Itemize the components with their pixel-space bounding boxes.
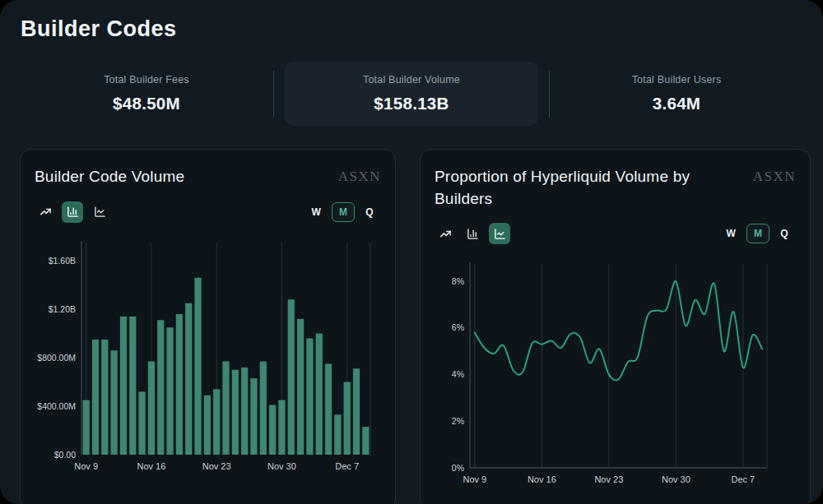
chart-toolbar: W M Q	[35, 201, 381, 223]
stat-label: Total Builder Fees	[20, 74, 273, 86]
svg-text:Nov 9: Nov 9	[463, 474, 486, 484]
chart-type-bar-button[interactable]	[462, 223, 483, 244]
svg-text:6%: 6%	[452, 323, 464, 333]
asxn-watermark: ASXN	[338, 166, 381, 188]
stat-value: 3.64M	[550, 94, 803, 113]
svg-text:Nov 9: Nov 9	[74, 461, 98, 471]
chart-type-toggle-group	[35, 201, 110, 223]
svg-text:Nov 30: Nov 30	[662, 474, 690, 484]
svg-text:Nov 16: Nov 16	[528, 474, 556, 484]
svg-text:$1.60B: $1.60B	[49, 255, 76, 265]
svg-text:Nov 23: Nov 23	[202, 461, 231, 471]
bar-series	[83, 277, 370, 454]
stat-label: Total Builder Users	[550, 74, 803, 86]
chart-type-line-button[interactable]	[89, 201, 110, 223]
svg-text:2%: 2%	[452, 416, 464, 426]
panel-proportion-hyperliquid-volume: Proportion of Hyperliquid Volume by Buil…	[420, 149, 811, 504]
chart-toolbar: W M Q	[435, 223, 796, 244]
svg-text:Nov 30: Nov 30	[267, 461, 296, 471]
panels-row: Builder Code Volume ASXN W	[20, 149, 803, 504]
stat-total-builder-volume[interactable]: Total Builder Volume $158.13B	[285, 62, 538, 126]
bar-chart-icon	[467, 228, 479, 240]
stats-divider	[273, 71, 274, 118]
page-title: Builder Codes	[21, 16, 802, 42]
svg-text:0%: 0%	[452, 463, 464, 473]
period-toggle-group: W M Q	[304, 202, 381, 222]
trending-up-icon	[40, 206, 52, 218]
svg-text:8%: 8%	[452, 276, 464, 286]
panel-title: Proportion of Hyperliquid Volume by Buil…	[435, 166, 737, 210]
line-series	[475, 281, 762, 380]
asxn-watermark: ASXN	[753, 166, 796, 210]
stat-total-builder-fees[interactable]: Total Builder Fees $48.50M	[20, 62, 273, 126]
svg-text:$800.00M: $800.00M	[37, 352, 76, 362]
panel-header: Proportion of Hyperliquid Volume by Buil…	[435, 166, 796, 210]
svg-text:Dec 7: Dec 7	[335, 461, 359, 471]
period-month-button[interactable]: M	[332, 202, 355, 222]
chart-type-trend-button[interactable]	[435, 223, 456, 244]
svg-text:$0.00: $0.00	[54, 449, 76, 459]
stats-row: Total Builder Fees $48.50M Total Builder…	[20, 62, 803, 126]
panel-builder-code-volume: Builder Code Volume ASXN W	[20, 149, 396, 504]
stat-label: Total Builder Volume	[285, 74, 538, 86]
chart-area: $0.00$400.00M$800.00M$1.20B$1.60BNov 9No…	[35, 236, 381, 483]
stat-value: $48.50M	[20, 94, 273, 113]
period-month-button[interactable]: M	[746, 224, 770, 243]
chart-type-line-button[interactable]	[489, 223, 510, 244]
svg-text:Nov 23: Nov 23	[594, 474, 623, 484]
builder-code-volume-bar-chart[interactable]: $0.00$400.00M$800.00M$1.20B$1.60BNov 9No…	[35, 236, 383, 483]
proportion-volume-line-chart[interactable]: 0%2%4%6%8%Nov 9Nov 16Nov 23Nov 30Dec 7	[435, 257, 796, 496]
svg-text:Nov 16: Nov 16	[137, 461, 165, 471]
svg-text:$400.00M: $400.00M	[37, 400, 76, 410]
page-header: Builder Codes	[0, 0, 823, 42]
period-toggle-group: W M Q	[718, 224, 796, 243]
trending-up-icon	[439, 228, 452, 240]
period-quarter-button[interactable]: Q	[773, 224, 796, 243]
chart-type-trend-button[interactable]	[35, 201, 56, 223]
stat-value: $158.13B	[285, 94, 538, 113]
period-quarter-button[interactable]: Q	[358, 202, 381, 222]
builder-codes-dashboard: Builder Codes Total Builder Fees $48.50M…	[0, 0, 823, 504]
stat-total-builder-users[interactable]: Total Builder Users 3.64M	[550, 62, 803, 126]
period-week-button[interactable]: W	[718, 224, 743, 243]
chart-type-toggle-group	[435, 223, 510, 244]
chart-area: 0%2%4%6%8%Nov 9Nov 16Nov 23Nov 30Dec 7	[435, 257, 796, 496]
panel-title: Builder Code Volume	[35, 166, 184, 188]
svg-text:4%: 4%	[452, 369, 464, 379]
panel-header: Builder Code Volume ASXN	[35, 166, 381, 188]
bar-chart-icon	[67, 206, 79, 218]
svg-text:$1.20B: $1.20B	[49, 303, 76, 313]
svg-text:Dec 7: Dec 7	[732, 474, 756, 484]
line-chart-icon	[494, 228, 506, 240]
line-chart-icon	[94, 206, 106, 218]
period-week-button[interactable]: W	[304, 202, 328, 222]
chart-type-bar-button[interactable]	[62, 201, 83, 223]
